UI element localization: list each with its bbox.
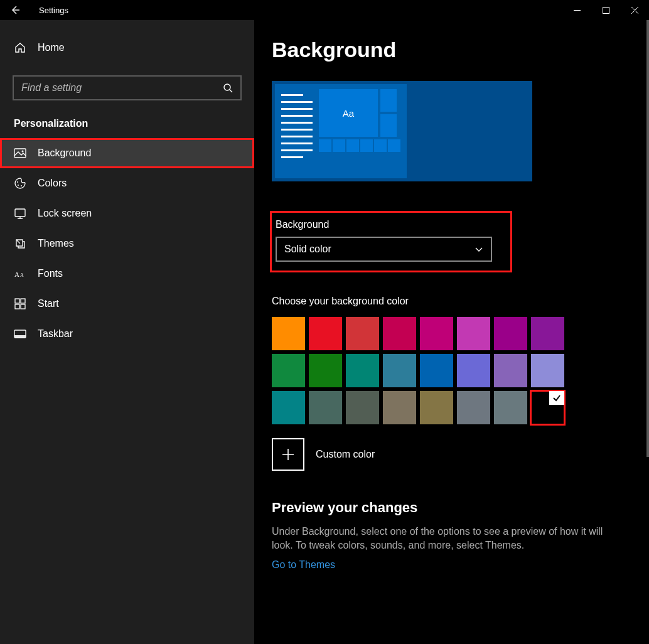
- maximize-button[interactable]: [591, 0, 620, 20]
- svg-rect-13: [21, 304, 25, 309]
- custom-color-label: Custom color: [316, 449, 375, 460]
- start-icon: [14, 298, 26, 310]
- color-swatch[interactable]: [494, 391, 527, 424]
- background-type-value: Solid color: [284, 244, 331, 255]
- svg-rect-7: [15, 209, 25, 217]
- color-swatch[interactable]: [383, 354, 416, 387]
- section-label: Personalization: [0, 100, 254, 138]
- color-swatch[interactable]: [383, 317, 416, 350]
- nav-item-label: Colors: [38, 178, 67, 189]
- minimize-button[interactable]: [562, 0, 591, 20]
- nav-item-label: Themes: [38, 238, 74, 249]
- svg-point-3: [22, 151, 24, 153]
- nav-item-themes[interactable]: Themes: [0, 228, 254, 259]
- svg-rect-15: [14, 335, 26, 338]
- svg-rect-11: [21, 299, 25, 303]
- svg-text:A: A: [14, 271, 19, 278]
- preview-section-text: Under Background, select one of the opti…: [272, 525, 623, 553]
- search-input[interactable]: [21, 82, 223, 94]
- page-title: Background: [272, 38, 636, 62]
- plus-icon: [281, 448, 295, 461]
- color-swatch[interactable]: [346, 391, 379, 424]
- colors-icon: [14, 177, 26, 190]
- svg-point-5: [18, 185, 19, 186]
- nav-item-lock-screen[interactable]: Lock screen: [0, 198, 254, 228]
- color-swatch[interactable]: [272, 391, 305, 424]
- sidebar-nav: BackgroundColorsLock screenThemesAAFonts…: [0, 138, 254, 349]
- svg-rect-2: [14, 149, 26, 158]
- color-swatch[interactable]: [346, 317, 379, 350]
- color-swatch[interactable]: [309, 354, 342, 387]
- home-icon: [14, 41, 26, 54]
- nav-item-label: Background: [38, 148, 91, 159]
- sidebar: Home Personalization BackgroundColorsLoc…: [0, 20, 254, 644]
- color-swatch[interactable]: [457, 354, 490, 387]
- arrow-left-icon: [10, 5, 20, 15]
- preview-section-title: Preview your changes: [272, 500, 636, 516]
- color-swatch[interactable]: [346, 354, 379, 387]
- nav-item-background[interactable]: Background: [0, 138, 254, 168]
- nav-item-label: Lock screen: [38, 208, 92, 219]
- checkmark-icon: [549, 391, 564, 405]
- color-swatch[interactable]: [272, 354, 305, 387]
- color-swatch-grid: [272, 317, 636, 424]
- titlebar: Settings: [0, 0, 649, 20]
- color-swatch[interactable]: [494, 317, 527, 350]
- nav-item-taskbar[interactable]: Taskbar: [0, 319, 254, 349]
- themes-icon: [14, 237, 26, 250]
- color-swatch[interactable]: [420, 354, 453, 387]
- nav-item-label: Fonts: [38, 268, 63, 279]
- close-button[interactable]: [620, 0, 649, 20]
- svg-rect-12: [15, 304, 19, 309]
- color-swatch[interactable]: [494, 354, 527, 387]
- color-swatch[interactable]: [383, 391, 416, 424]
- color-swatch[interactable]: [420, 391, 453, 424]
- nav-item-label: Start: [38, 298, 59, 309]
- svg-point-4: [17, 181, 18, 183]
- color-swatch[interactable]: [531, 354, 564, 387]
- color-swatch[interactable]: [531, 317, 564, 350]
- color-swatch[interactable]: [457, 391, 490, 424]
- home-nav[interactable]: Home: [0, 34, 254, 62]
- svg-point-1: [224, 84, 230, 90]
- color-swatch[interactable]: [531, 391, 564, 424]
- go-to-themes-link[interactable]: Go to Themes: [272, 559, 636, 571]
- background-type-label: Background: [276, 219, 508, 230]
- maximize-icon: [603, 7, 609, 14]
- preview-sample-text: Aa: [319, 89, 378, 137]
- color-swatch[interactable]: [420, 317, 453, 350]
- search-icon: [223, 83, 233, 93]
- background-type-section: Background Solid color: [272, 213, 510, 271]
- nav-item-start[interactable]: Start: [0, 289, 254, 319]
- svg-rect-10: [15, 299, 19, 303]
- color-swatch[interactable]: [272, 317, 305, 350]
- nav-item-colors[interactable]: Colors: [0, 168, 254, 198]
- scrollbar[interactable]: [646, 20, 649, 457]
- content-area: Background Aa: [254, 20, 649, 644]
- color-section-label: Choose your background color: [272, 296, 636, 307]
- svg-point-6: [21, 185, 22, 186]
- search-input-wrap[interactable]: [13, 75, 242, 100]
- fonts-icon: AA: [14, 267, 26, 280]
- chevron-down-icon: [475, 245, 483, 254]
- lock-screen-icon: [14, 207, 26, 220]
- back-button[interactable]: [8, 0, 23, 20]
- background-type-dropdown[interactable]: Solid color: [276, 237, 492, 262]
- background-icon: [14, 147, 26, 159]
- color-swatch[interactable]: [309, 317, 342, 350]
- svg-rect-0: [603, 7, 609, 13]
- home-label: Home: [38, 42, 65, 53]
- svg-text:A: A: [20, 272, 24, 278]
- color-swatch[interactable]: [309, 391, 342, 424]
- close-icon: [631, 7, 638, 14]
- background-preview: Aa: [272, 81, 532, 181]
- color-swatch[interactable]: [457, 317, 490, 350]
- minimize-icon: [574, 7, 581, 14]
- custom-color-button[interactable]: [272, 438, 304, 471]
- app-title: Settings: [39, 6, 68, 15]
- nav-item-label: Taskbar: [38, 328, 73, 340]
- nav-item-fonts[interactable]: AAFonts: [0, 259, 254, 289]
- taskbar-icon: [14, 328, 26, 340]
